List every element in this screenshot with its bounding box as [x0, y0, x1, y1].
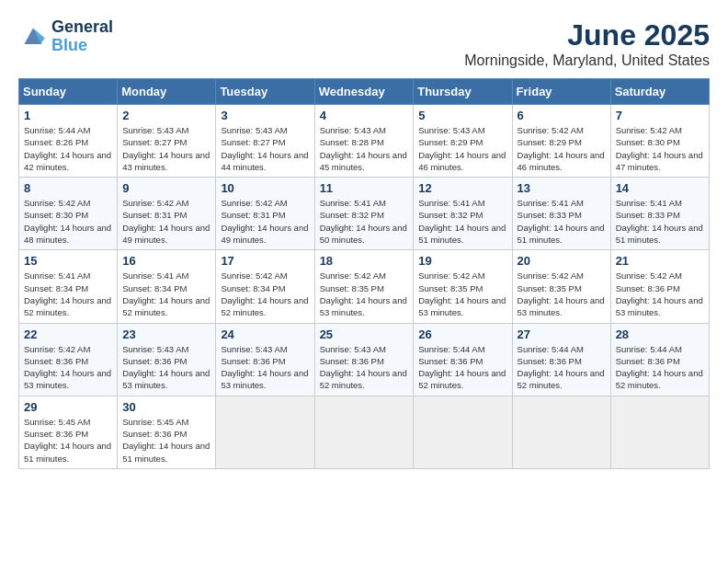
day-info: Sunrise: 5:43 AMSunset: 8:29 PMDaylight:…	[418, 124, 506, 173]
calendar-cell: 8Sunrise: 5:42 AMSunset: 8:30 PMDaylight…	[19, 178, 118, 250]
day-info: Sunrise: 5:42 AMSunset: 8:30 PMDaylight:…	[616, 124, 704, 173]
day-info: Sunrise: 5:42 AMSunset: 8:35 PMDaylight:…	[320, 270, 409, 318]
calendar-cell: 25Sunrise: 5:43 AMSunset: 8:36 PMDayligh…	[314, 323, 414, 396]
calendar-week-row: 1Sunrise: 5:44 AMSunset: 8:26 PMDaylight…	[19, 105, 710, 178]
logo-line2: Blue	[51, 37, 113, 55]
calendar-cell: 6Sunrise: 5:42 AMSunset: 8:29 PMDaylight…	[512, 105, 610, 178]
calendar-cell	[610, 396, 709, 468]
calendar-cell: 29Sunrise: 5:45 AMSunset: 8:36 PMDayligh…	[19, 396, 118, 468]
day-info: Sunrise: 5:41 AMSunset: 8:32 PMDaylight:…	[320, 197, 409, 246]
month-title: June 2025	[464, 18, 710, 52]
day-number: 30	[122, 400, 210, 414]
calendar-cell: 1Sunrise: 5:44 AMSunset: 8:26 PMDaylight…	[19, 105, 118, 178]
day-number: 10	[221, 181, 309, 195]
calendar-cell: 18Sunrise: 5:42 AMSunset: 8:35 PMDayligh…	[314, 250, 414, 323]
day-number: 5	[418, 109, 506, 122]
day-info: Sunrise: 5:44 AMSunset: 8:36 PMDaylight:…	[418, 343, 506, 392]
weekday-header: Wednesday	[314, 79, 414, 105]
day-number: 12	[418, 181, 506, 195]
calendar-cell: 30Sunrise: 5:45 AMSunset: 8:36 PMDayligh…	[118, 396, 216, 468]
day-number: 26	[418, 327, 506, 341]
calendar-cell: 10Sunrise: 5:42 AMSunset: 8:31 PMDayligh…	[216, 178, 314, 250]
calendar-cell: 12Sunrise: 5:41 AMSunset: 8:32 PMDayligh…	[414, 178, 512, 250]
location-title: Morningside, Maryland, United States	[464, 52, 710, 69]
calendar-cell: 22Sunrise: 5:42 AMSunset: 8:36 PMDayligh…	[19, 323, 118, 396]
day-number: 20	[518, 254, 606, 268]
day-number: 11	[320, 181, 409, 195]
day-number: 13	[518, 181, 606, 195]
calendar-cell	[512, 396, 610, 468]
weekday-header: Tuesday	[216, 79, 314, 105]
day-info: Sunrise: 5:43 AMSunset: 8:27 PMDaylight:…	[122, 124, 210, 173]
calendar-cell: 14Sunrise: 5:41 AMSunset: 8:33 PMDayligh…	[610, 178, 709, 250]
day-info: Sunrise: 5:41 AMSunset: 8:34 PMDaylight:…	[122, 270, 210, 318]
weekday-header: Saturday	[610, 79, 709, 105]
calendar-cell: 23Sunrise: 5:43 AMSunset: 8:36 PMDayligh…	[118, 323, 216, 396]
calendar-cell: 28Sunrise: 5:44 AMSunset: 8:36 PMDayligh…	[610, 323, 709, 396]
calendar-cell: 20Sunrise: 5:42 AMSunset: 8:35 PMDayligh…	[512, 250, 610, 323]
day-info: Sunrise: 5:45 AMSunset: 8:36 PMDaylight:…	[24, 416, 112, 465]
day-number: 16	[122, 254, 210, 268]
day-info: Sunrise: 5:41 AMSunset: 8:34 PMDaylight:…	[24, 270, 112, 318]
day-info: Sunrise: 5:42 AMSunset: 8:31 PMDaylight:…	[221, 197, 309, 246]
weekday-header: Monday	[118, 79, 216, 105]
day-number: 1	[24, 109, 112, 122]
day-info: Sunrise: 5:42 AMSunset: 8:34 PMDaylight:…	[221, 270, 309, 318]
day-info: Sunrise: 5:41 AMSunset: 8:33 PMDaylight:…	[616, 197, 704, 246]
calendar-body: 1Sunrise: 5:44 AMSunset: 8:26 PMDaylight…	[19, 105, 710, 469]
calendar-cell: 5Sunrise: 5:43 AMSunset: 8:29 PMDaylight…	[414, 105, 512, 178]
logo-icon	[18, 22, 48, 52]
day-number: 4	[320, 109, 409, 122]
day-number: 23	[122, 327, 210, 341]
calendar-cell: 17Sunrise: 5:42 AMSunset: 8:34 PMDayligh…	[216, 250, 314, 323]
title-area: June 2025 Morningside, Maryland, United …	[464, 18, 710, 69]
calendar-cell	[216, 396, 314, 468]
day-number: 28	[616, 327, 704, 341]
weekday-header: Sunday	[19, 79, 118, 105]
calendar-cell: 2Sunrise: 5:43 AMSunset: 8:27 PMDaylight…	[118, 105, 216, 178]
day-info: Sunrise: 5:42 AMSunset: 8:31 PMDaylight:…	[122, 197, 210, 246]
day-info: Sunrise: 5:42 AMSunset: 8:35 PMDaylight:…	[418, 270, 506, 318]
day-number: 8	[24, 181, 112, 195]
calendar-cell: 24Sunrise: 5:43 AMSunset: 8:36 PMDayligh…	[216, 323, 314, 396]
day-number: 19	[418, 254, 506, 268]
calendar-cell: 27Sunrise: 5:44 AMSunset: 8:36 PMDayligh…	[512, 323, 610, 396]
day-info: Sunrise: 5:44 AMSunset: 8:36 PMDaylight:…	[518, 343, 606, 392]
day-number: 21	[616, 254, 704, 268]
day-number: 7	[616, 109, 704, 122]
calendar-cell: 7Sunrise: 5:42 AMSunset: 8:30 PMDaylight…	[610, 105, 709, 178]
weekday-header: Friday	[512, 79, 610, 105]
calendar-week-row: 29Sunrise: 5:45 AMSunset: 8:36 PMDayligh…	[19, 396, 710, 468]
day-number: 24	[221, 327, 309, 341]
calendar-cell: 21Sunrise: 5:42 AMSunset: 8:36 PMDayligh…	[610, 250, 709, 323]
day-info: Sunrise: 5:42 AMSunset: 8:36 PMDaylight:…	[616, 270, 704, 318]
calendar-cell: 3Sunrise: 5:43 AMSunset: 8:27 PMDaylight…	[216, 105, 314, 178]
day-number: 2	[122, 109, 210, 122]
calendar-cell: 16Sunrise: 5:41 AMSunset: 8:34 PMDayligh…	[118, 250, 216, 323]
calendar-cell: 11Sunrise: 5:41 AMSunset: 8:32 PMDayligh…	[314, 178, 414, 250]
day-info: Sunrise: 5:41 AMSunset: 8:33 PMDaylight:…	[518, 197, 606, 246]
day-info: Sunrise: 5:44 AMSunset: 8:36 PMDaylight:…	[616, 343, 704, 392]
day-info: Sunrise: 5:42 AMSunset: 8:30 PMDaylight:…	[24, 197, 112, 246]
calendar-cell: 15Sunrise: 5:41 AMSunset: 8:34 PMDayligh…	[19, 250, 118, 323]
logo-line1: General	[51, 18, 113, 37]
day-info: Sunrise: 5:43 AMSunset: 8:27 PMDaylight:…	[221, 124, 309, 173]
day-number: 14	[616, 181, 704, 195]
day-info: Sunrise: 5:45 AMSunset: 8:36 PMDaylight:…	[122, 416, 210, 465]
day-number: 3	[221, 109, 309, 122]
day-info: Sunrise: 5:43 AMSunset: 8:36 PMDaylight:…	[320, 343, 409, 392]
page-header: General Blue June 2025 Morningside, Mary…	[18, 18, 710, 69]
weekday-header: Thursday	[414, 79, 512, 105]
calendar-cell: 13Sunrise: 5:41 AMSunset: 8:33 PMDayligh…	[512, 178, 610, 250]
calendar-cell	[414, 396, 512, 468]
day-number: 17	[221, 254, 309, 268]
logo-text: General Blue	[51, 18, 113, 55]
day-info: Sunrise: 5:43 AMSunset: 8:36 PMDaylight:…	[122, 343, 210, 392]
day-number: 18	[320, 254, 409, 268]
day-number: 6	[518, 109, 606, 122]
calendar-cell	[314, 396, 414, 468]
calendar-cell: 26Sunrise: 5:44 AMSunset: 8:36 PMDayligh…	[414, 323, 512, 396]
day-info: Sunrise: 5:44 AMSunset: 8:26 PMDaylight:…	[24, 124, 112, 173]
logo: General Blue	[18, 18, 113, 55]
day-number: 22	[24, 327, 112, 341]
